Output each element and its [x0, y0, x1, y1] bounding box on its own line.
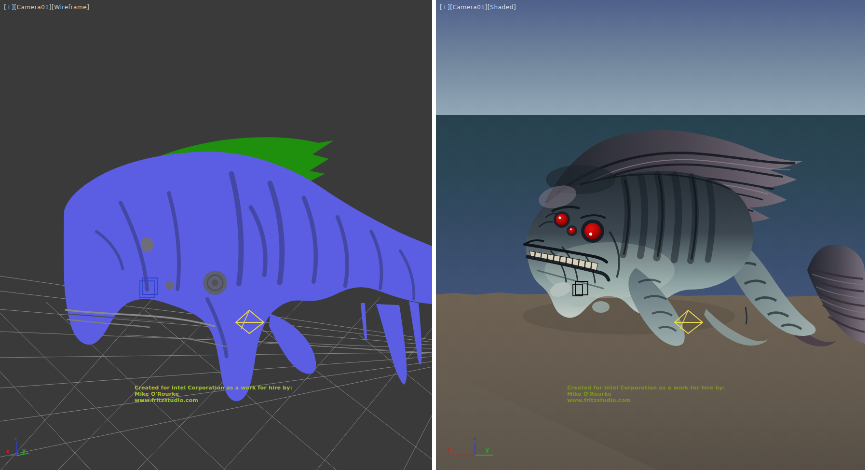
wireframe-fish-streamer-fin: [376, 304, 407, 385]
credit-text-right: Created for Intel Corporation as a work …: [567, 385, 725, 403]
wireframe-fish-body: [64, 152, 432, 402]
axis-gizmo-left: x y z: [6, 435, 29, 456]
axis-y-label: y: [486, 446, 489, 453]
viewport-wireframe[interactable]: [+][Camera01][Wireframe]: [0, 0, 432, 470]
axis-x-label: x: [448, 446, 451, 453]
viewport-shaded[interactable]: [+][Camera01][Shaded]: [436, 0, 865, 470]
axis-z-label: z: [473, 435, 476, 442]
viewport-label-shaded[interactable]: [+][Camera01][Shaded]: [440, 4, 516, 11]
axis-z-label: z: [14, 435, 17, 442]
credit-text-left: Created for Intel Corporation as a work …: [135, 385, 292, 403]
viewport-label-wireframe[interactable]: [+][Camera01][Wireframe]: [4, 4, 89, 11]
axis-x-label: x: [6, 448, 9, 455]
wireframe-fish[interactable]: [64, 137, 432, 401]
axis-y-label: y: [22, 447, 26, 454]
wireframe-fish-tail-streamer: [409, 301, 422, 365]
wireframe-fish-spike-fin: [361, 303, 367, 340]
